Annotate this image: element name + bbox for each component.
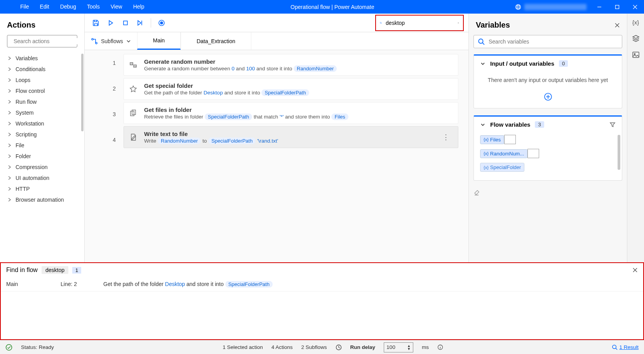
search-icon bbox=[478, 38, 485, 45]
flow-var-row[interactable]: {x} RandomNum... bbox=[480, 149, 616, 158]
cat-folder[interactable]: Folder bbox=[0, 151, 84, 162]
spinner-icon[interactable]: ▲▼ bbox=[407, 344, 411, 351]
chevron-right-icon bbox=[8, 198, 12, 202]
io-section-header[interactable]: Input / output variables 0 bbox=[474, 56, 622, 71]
flow-var-row[interactable]: {x} SpecialFolder bbox=[480, 163, 616, 172]
action-get-files[interactable]: Get files in folder Retrieve the files i… bbox=[124, 102, 458, 124]
action-categories[interactable]: Variables Conditionals Loops Flow contro… bbox=[0, 53, 84, 257]
search-variables-input[interactable] bbox=[489, 38, 618, 45]
cat-ui-automation[interactable]: UI automation bbox=[0, 173, 84, 183]
chevron-right-icon bbox=[8, 56, 12, 60]
run-delay-input[interactable]: 100 ▲▼ bbox=[384, 342, 413, 352]
cat-scripting[interactable]: Scripting bbox=[0, 129, 84, 140]
search-actions-input[interactable] bbox=[14, 38, 82, 44]
cat-file[interactable]: File bbox=[0, 140, 84, 151]
value-box bbox=[504, 135, 516, 144]
line-number: 4 bbox=[85, 127, 124, 153]
tab-data-extraction[interactable]: Data_Extraction bbox=[181, 32, 251, 50]
action-more-icon[interactable]: ⋮ bbox=[439, 133, 453, 141]
search-actions-box[interactable] bbox=[7, 35, 77, 47]
svg-point-6 bbox=[160, 22, 163, 24]
chevron-right-icon bbox=[8, 187, 12, 191]
flow-search-box[interactable] bbox=[375, 15, 464, 31]
cat-variables[interactable]: Variables bbox=[0, 53, 84, 64]
cat-label: Compression bbox=[16, 164, 47, 170]
cat-system[interactable]: System bbox=[0, 107, 84, 118]
cat-run-flow[interactable]: Run flow bbox=[0, 96, 84, 107]
subflow-bar: Subflows Main Data_Extraction bbox=[85, 32, 468, 50]
menu-view[interactable]: View bbox=[105, 0, 128, 14]
flow-search-input[interactable] bbox=[386, 20, 454, 26]
chevron-right-icon bbox=[8, 111, 12, 115]
scrollbar[interactable] bbox=[81, 54, 84, 131]
cat-label: System bbox=[16, 110, 34, 116]
run-button[interactable] bbox=[104, 16, 117, 30]
find-title: Find in flow bbox=[6, 267, 38, 274]
close-panel-icon[interactable] bbox=[614, 23, 620, 28]
maximize-button[interactable] bbox=[608, 0, 626, 14]
chevron-right-icon bbox=[8, 122, 12, 126]
cat-loops[interactable]: Loops bbox=[0, 75, 84, 85]
minimize-button[interactable] bbox=[590, 0, 608, 14]
variable-chip: {x} RandomNum... bbox=[480, 149, 527, 158]
find-line: Line: 2 bbox=[61, 281, 103, 287]
chevron-down-icon bbox=[480, 61, 486, 66]
clock-icon bbox=[336, 344, 342, 351]
io-variables-section: Input / output variables 0 There aren't … bbox=[473, 54, 622, 108]
menu-tools[interactable]: Tools bbox=[82, 0, 105, 14]
titlebar: File Edit Debug Tools View Help Operatio… bbox=[0, 0, 644, 14]
menu-edit[interactable]: Edit bbox=[35, 0, 55, 14]
info-icon[interactable] bbox=[437, 344, 443, 350]
images-rail-icon[interactable] bbox=[632, 51, 640, 59]
flow-body: 1 2 3 4 A1A2 Generate random number Gene… bbox=[85, 50, 468, 262]
cat-http[interactable]: HTTP bbox=[0, 183, 84, 194]
action-generate-random[interactable]: A1A2 Generate random number Generate a r… bbox=[124, 54, 458, 76]
close-button[interactable] bbox=[626, 0, 644, 14]
selected-count: 1 Selected action bbox=[223, 344, 263, 350]
line-gutter: 1 2 3 4 bbox=[85, 50, 124, 262]
add-io-variable-button[interactable] bbox=[474, 90, 622, 108]
record-button[interactable] bbox=[155, 16, 168, 30]
toolbar bbox=[85, 14, 468, 32]
cat-conditionals[interactable]: Conditionals bbox=[0, 64, 84, 75]
chevron-right-icon bbox=[8, 143, 12, 147]
actions-list: A1A2 Generate random number Generate a r… bbox=[124, 50, 468, 262]
svg-point-23 bbox=[613, 345, 616, 349]
chevron-right-icon bbox=[8, 89, 12, 93]
menu-help[interactable]: Help bbox=[128, 0, 150, 14]
subflows-dropdown[interactable]: Subflows bbox=[85, 32, 137, 50]
scrollbar[interactable] bbox=[618, 135, 620, 170]
stop-button[interactable] bbox=[119, 16, 132, 30]
search-variables-box[interactable] bbox=[473, 35, 622, 48]
variables-rail-icon[interactable]: {x} bbox=[632, 19, 639, 26]
layers-rail-icon[interactable] bbox=[632, 35, 640, 42]
flow-vars-header[interactable]: Flow variables 3 bbox=[474, 117, 622, 133]
cat-workstation[interactable]: Workstation bbox=[0, 118, 84, 129]
action-write-text[interactable]: Write text to file Write RandomNumber to… bbox=[124, 126, 458, 148]
cat-browser-automation[interactable]: Browser automation bbox=[0, 194, 84, 205]
chevron-right-icon bbox=[8, 154, 12, 158]
cat-compression[interactable]: Compression bbox=[0, 162, 84, 173]
chevron-right-icon bbox=[8, 100, 12, 104]
action-desc: Get the path of the folder Desktop and s… bbox=[144, 90, 453, 96]
tab-main[interactable]: Main bbox=[137, 32, 181, 50]
eraser-icon[interactable] bbox=[473, 188, 622, 196]
save-button[interactable] bbox=[89, 16, 103, 30]
filter-icon[interactable] bbox=[609, 122, 616, 128]
find-count: 1 bbox=[72, 267, 81, 274]
menu-file[interactable]: File bbox=[15, 0, 35, 14]
cat-label: Conditionals bbox=[16, 66, 45, 72]
cat-flow-control[interactable]: Flow control bbox=[0, 85, 84, 96]
step-button[interactable] bbox=[134, 16, 147, 30]
result-link[interactable]: 1 Result bbox=[612, 344, 639, 350]
find-result-row[interactable]: Main Line: 2 Get the path of the folder … bbox=[1, 277, 643, 291]
flow-var-row[interactable]: {x} Files bbox=[480, 135, 616, 144]
close-find-icon[interactable] bbox=[632, 267, 638, 273]
clear-search-icon[interactable] bbox=[458, 20, 459, 26]
menu-debug[interactable]: Debug bbox=[55, 0, 82, 14]
window-title: Operational flow | Power Automate bbox=[150, 4, 515, 10]
cat-label: Loops bbox=[16, 77, 30, 83]
flow-vars-label: Flow variables bbox=[490, 121, 530, 128]
actions-count: 4 Actions bbox=[272, 344, 293, 350]
action-get-special-folder[interactable]: Get special folder Get the path of the f… bbox=[124, 78, 458, 100]
